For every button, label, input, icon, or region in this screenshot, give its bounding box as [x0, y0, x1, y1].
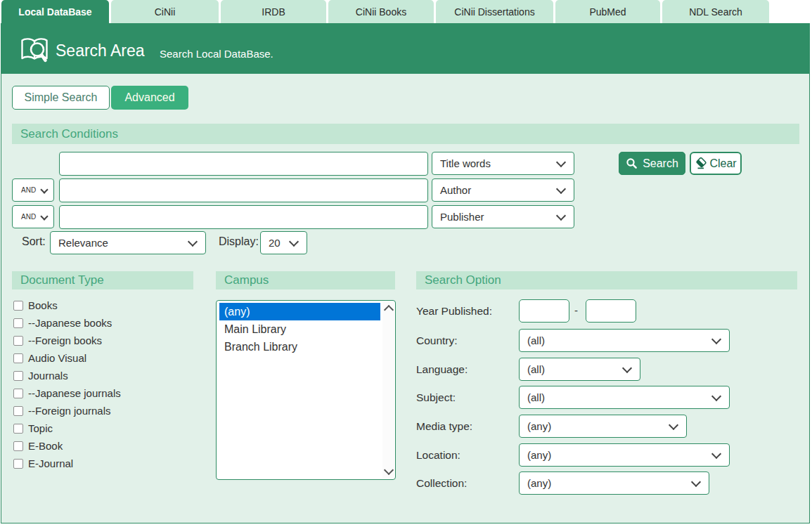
location-select[interactable]: (any): [519, 443, 730, 467]
search-button-label: Search: [643, 157, 678, 170]
field-select[interactable]: Title words: [432, 152, 574, 175]
tab-cinii[interactable]: CiNii: [111, 0, 219, 23]
field-select[interactable]: Publisher: [432, 205, 574, 228]
checkbox[interactable]: [13, 301, 23, 311]
document-type-heading: Document Type: [12, 271, 193, 289]
header-band: Search Area Search Local DataBase.: [1, 23, 810, 74]
clear-button[interactable]: Clear: [690, 152, 742, 175]
doctype-item-journals[interactable]: Journals: [13, 367, 68, 384]
subject-select[interactable]: (all): [519, 386, 730, 409]
checkbox[interactable]: [13, 389, 23, 398]
listbox-scrollbar[interactable]: [382, 301, 394, 479]
checkbox[interactable]: [13, 353, 23, 363]
field-value: Publisher: [440, 211, 484, 223]
subject-value: (all): [527, 391, 545, 403]
campus-listbox[interactable]: (any)Main LibraryBranch Library: [216, 300, 396, 480]
media-label: Media type:: [416, 420, 472, 433]
year-range-dash: -: [574, 304, 578, 316]
chevron-down-icon: [556, 157, 566, 167]
doctype-label: --Japanese journals: [28, 387, 121, 399]
page-subtitle: Search Local DataBase.: [160, 48, 273, 60]
chevron-down-icon: [40, 186, 48, 193]
language-value: (all): [527, 363, 545, 375]
media-value: (any): [527, 420, 551, 432]
field-select[interactable]: Author: [432, 178, 574, 202]
doctype-item-topic[interactable]: Topic: [13, 419, 53, 437]
chevron-down-icon: [188, 236, 198, 246]
tab-cinii-dissertations[interactable]: CiNii Dissertations: [436, 0, 553, 23]
chevron-down-icon: [556, 183, 566, 193]
scroll-down-icon[interactable]: [384, 465, 394, 475]
doctype-item-japanese-books[interactable]: --Japanese books: [13, 314, 112, 332]
tab-irdb[interactable]: IRDB: [221, 0, 326, 23]
search-option-heading: Search Option: [416, 271, 797, 289]
checkbox[interactable]: [13, 336, 23, 346]
sort-select[interactable]: Relevance: [50, 231, 206, 254]
search-term-input[interactable]: [59, 152, 428, 176]
doctype-item-e-journal[interactable]: E-Journal: [13, 455, 73, 472]
page-title: Search Area: [56, 41, 145, 60]
search-button[interactable]: Search: [619, 152, 685, 175]
operator-select[interactable]: AND: [12, 178, 54, 202]
tab-local-database[interactable]: Local DataBase: [1, 0, 109, 23]
checkbox[interactable]: [13, 406, 23, 416]
chevron-down-icon: [711, 448, 721, 458]
field-value: Author: [440, 184, 471, 196]
operator-value: AND: [21, 213, 36, 221]
display-select[interactable]: 20: [260, 231, 307, 254]
collection-select[interactable]: (any): [519, 471, 709, 495]
doctype-label: --Foreign journals: [28, 405, 111, 417]
doctype-label: --Japanese books: [28, 317, 112, 329]
chevron-down-icon: [691, 476, 701, 486]
doctype-label: --Foreign books: [28, 334, 102, 346]
scroll-up-icon[interactable]: [384, 305, 394, 315]
doctype-item-e-book[interactable]: E-Book: [13, 437, 63, 455]
sort-row: Sort: Relevance Display: 20: [1, 231, 809, 254]
tab-ndl-search[interactable]: NDL Search: [662, 0, 769, 23]
subject-label: Subject:: [416, 391, 456, 404]
campus-heading: Campus: [216, 271, 395, 289]
doctype-label: Audio Visual: [28, 352, 86, 364]
book-magnifier-icon: [19, 34, 50, 65]
doctype-item-books[interactable]: Books: [13, 297, 58, 314]
campus-options: (any)Main LibraryBranch Library: [219, 303, 380, 356]
doctype-label: Topic: [28, 422, 53, 434]
year-to-input[interactable]: [586, 299, 636, 323]
doctype-item-foreign-books[interactable]: --Foreign books: [13, 332, 102, 349]
campus-option-branch-library[interactable]: Branch Library: [219, 338, 380, 356]
operator-select[interactable]: AND: [12, 205, 54, 228]
year-published-label: Year Published:: [416, 305, 492, 318]
checkbox[interactable]: [13, 441, 23, 451]
checkbox[interactable]: [13, 318, 23, 328]
year-from-input[interactable]: [519, 299, 569, 323]
doctype-label: Books: [28, 299, 58, 311]
advanced-button[interactable]: Advanced: [111, 86, 188, 110]
checkbox[interactable]: [13, 371, 23, 381]
search-term-input[interactable]: [59, 178, 428, 202]
location-label: Location:: [416, 449, 460, 462]
doctype-label: E-Journal: [28, 457, 73, 469]
doctype-label: Journals: [28, 370, 68, 382]
checkbox[interactable]: [13, 459, 23, 469]
media-select[interactable]: (any): [519, 415, 687, 438]
display-label: Display:: [219, 235, 259, 248]
tab-pubmed[interactable]: PubMed: [555, 0, 660, 23]
search-term-input[interactable]: [59, 205, 428, 229]
language-select[interactable]: (all): [519, 358, 640, 381]
simple-search-button[interactable]: Simple Search: [12, 86, 110, 110]
country-select[interactable]: (all): [519, 329, 730, 352]
search-conditions-heading: Search Conditions: [12, 124, 799, 144]
clear-button-label: Clear: [709, 157, 736, 170]
display-value: 20: [269, 237, 281, 249]
doctype-item-foreign-journals[interactable]: --Foreign journals: [13, 402, 111, 419]
campus-option-any[interactable]: (any): [219, 303, 380, 320]
checkbox[interactable]: [13, 424, 23, 434]
country-value: (all): [527, 334, 545, 346]
tab-cinii-books[interactable]: CiNii Books: [328, 0, 434, 23]
doctype-item-audio-visual[interactable]: Audio Visual: [13, 349, 86, 367]
chevron-down-icon: [40, 212, 48, 220]
campus-option-main-library[interactable]: Main Library: [219, 320, 380, 338]
doctype-label: E-Book: [28, 440, 63, 452]
doctype-item-japanese-journals[interactable]: --Japanese journals: [13, 384, 121, 402]
field-value: Title words: [440, 157, 491, 169]
